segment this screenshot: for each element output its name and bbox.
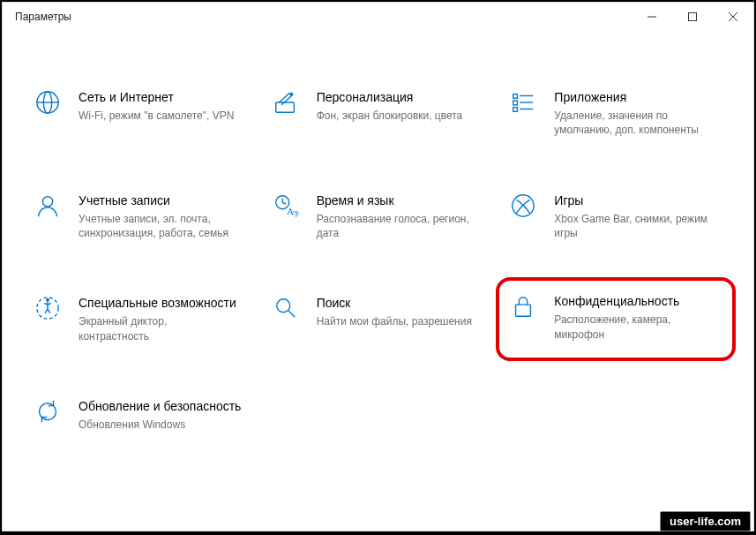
minimize-button[interactable] [632,3,672,31]
paint-icon [271,89,301,119]
close-button[interactable] [713,3,753,31]
tile-network[interactable]: Сеть и Интернет Wi-Fi, режим "в самолете… [29,84,251,143]
tile-title: Сеть и Интернет [79,89,234,105]
svg-rect-26 [516,305,531,316]
tile-title: Специальные возможности [79,295,237,311]
tile-search[interactable]: Поиск Найти мои файлы, разрешения [267,290,490,349]
tile-title: Поиск [317,295,472,311]
globe-icon [33,89,63,119]
tile-title: Конфиденциальность [554,293,713,309]
window-title: Параметры [15,11,71,23]
time-language-icon: A字 [271,192,301,222]
maximize-button[interactable] [672,3,713,31]
window-controls [632,3,753,31]
tile-desc: Удаление, значения по умолчанию, доп. ко… [554,109,713,137]
search-icon [271,295,301,325]
tile-title: Обновление и безопасность [79,398,241,414]
ease-of-access-icon [33,295,63,325]
tile-privacy[interactable]: Конфиденциальность Расположение, камера,… [496,277,736,361]
svg-point-24 [276,299,289,313]
tile-apps[interactable]: Приложения Удаление, значения по умолчан… [505,84,727,143]
svg-rect-9 [513,94,518,99]
tile-ease-of-access[interactable]: Специальные возможности Экранный диктор,… [29,290,251,349]
tile-update-security[interactable]: Обновление и безопасность Обновления Win… [29,393,251,437]
settings-window: Параметры Сеть и Интернет Wi-Fi, режим "… [2,2,754,531]
tile-time-language[interactable]: A字 Время и язык Распознавание голоса, ре… [267,187,490,246]
settings-grid: Сеть и Интернет Wi-Fi, режим "в самолете… [3,31,753,531]
tile-desc: Xbox Game Bar, снимки, режим игры [554,212,713,240]
svg-rect-11 [513,108,518,112]
svg-line-25 [288,311,295,318]
tile-title: Время и язык [317,192,475,208]
tile-title: Учетные записи [79,192,237,208]
svg-text:字: 字 [292,209,299,218]
titlebar: Параметры [3,3,753,31]
tile-title: Игры [554,192,713,208]
svg-rect-7 [275,102,294,112]
tile-desc: Расположение, камера, микрофон [554,313,713,341]
xbox-icon [508,192,538,222]
watermark: user-life.com [660,511,751,531]
tile-desc: Wi-Fi, режим "в самолете", VPN [79,109,234,123]
person-icon [33,192,63,222]
svg-point-8 [290,94,292,95]
tile-desc: Обновления Windows [79,418,237,432]
svg-point-23 [47,299,49,301]
tile-personalization[interactable]: Персонализация Фон, экран блокировки, цв… [267,84,490,143]
lock-icon [508,293,538,323]
tile-desc: Учетные записи, эл. почта, синхронизация… [79,212,237,240]
tile-accounts[interactable]: Учетные записи Учетные записи, эл. почта… [29,187,251,246]
tile-gaming[interactable]: Игры Xbox Game Bar, снимки, режим игры [505,187,727,246]
tile-desc: Экранный диктор, контрастность [79,314,237,343]
apps-list-icon [508,89,538,119]
tile-title: Персонализация [317,89,463,105]
svg-rect-1 [689,13,697,21]
tile-desc: Фон, экран блокировки, цвета [317,109,463,123]
svg-point-15 [42,196,52,206]
tile-desc: Найти мои файлы, разрешения [317,314,472,328]
svg-line-18 [282,202,286,204]
svg-rect-10 [513,101,518,105]
update-icon [33,398,63,428]
tile-title: Приложения [554,89,713,105]
tile-desc: Распознавание голоса, регион, дата [317,212,475,240]
